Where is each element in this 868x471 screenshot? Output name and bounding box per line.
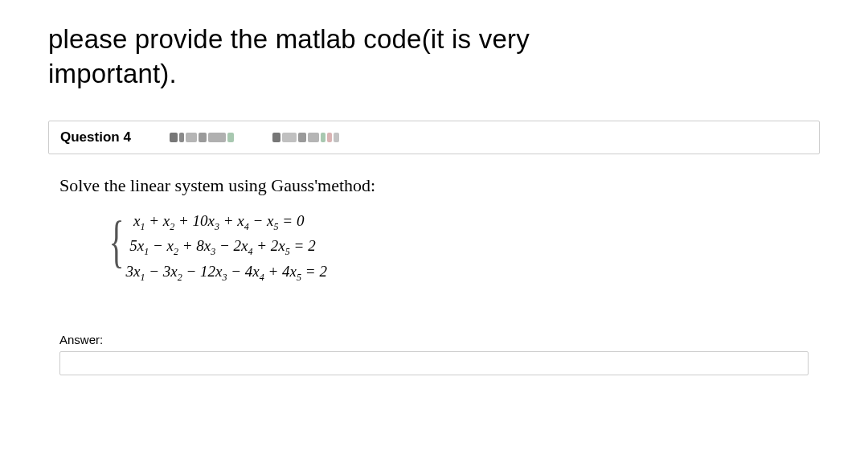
question-header-box: Question 4 — [48, 121, 820, 154]
redacted-strip-2 — [272, 133, 339, 142]
answer-label: Answer: — [59, 333, 809, 346]
answer-input[interactable] — [59, 351, 809, 375]
intro-line-2: important). — [48, 59, 177, 88]
question-label: Question 4 — [60, 129, 131, 145]
redacted-strip-1 — [170, 133, 234, 142]
equation-2: 5x1 − x2 + 8x3 − 2x4 + 2x5 = 2 — [126, 234, 327, 259]
intro-line-1: please provide the matlab code(it is ver… — [48, 24, 530, 54]
question-prompt: Solve the linear system using Gauss'meth… — [59, 175, 809, 196]
equation-system: { x1 + x2 + 10x3 + x4 − x5 = 0 5x1 − x2 … — [96, 209, 327, 285]
equation-3: 3x1 − 3x2 − 12x3 − 4x4 + 4x5 = 2 — [126, 260, 327, 285]
equation-1: x1 + x2 + 10x3 + x4 − x5 = 0 — [126, 209, 327, 234]
intro-text: please provide the matlab code(it is ver… — [48, 23, 820, 92]
left-brace-icon: { — [109, 207, 125, 282]
